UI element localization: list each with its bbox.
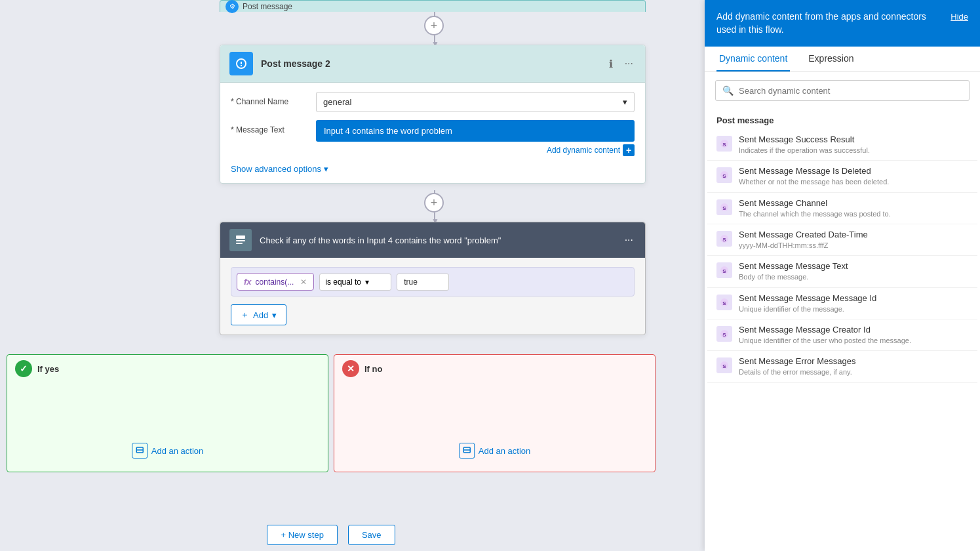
chevron-down-icon: ▾ (623, 97, 627, 107)
connector-plus-top[interactable]: + (424, 16, 444, 35)
add-action-yes-icon (132, 443, 147, 459)
yes-icon: ✓ (15, 360, 32, 377)
dynamic-item-6[interactable]: S Sent Message Message Creator Id Unique… (707, 319, 977, 351)
message-input-container: Add dynamic content + (316, 120, 635, 156)
connector-arrow-top: ▼ (434, 35, 435, 45)
more-options-button[interactable]: ··· (622, 55, 636, 72)
dynamic-item-icon-7: S (716, 357, 732, 373)
info-button[interactable]: ℹ (606, 55, 616, 73)
plus-icon-add: ＋ (241, 309, 249, 321)
dynamic-item-text-1: Sent Message Message Is Deleted Whether … (739, 166, 968, 186)
dynamic-item-5[interactable]: S Sent Message Message Message Id Unique… (707, 288, 977, 319)
message-label: * Message Text (231, 120, 316, 134)
contains-token[interactable]: fx contains(... ✕ (237, 273, 314, 291)
svg-text:S: S (722, 363, 726, 369)
bottom-bar: + New step Save (0, 518, 662, 551)
channel-name-row: * Channel Name general ▾ (231, 92, 635, 112)
post-message-2-title: Post message 2 (261, 58, 606, 69)
dynamic-item-desc-7: Details of the error message, if any. (739, 367, 968, 377)
dynamic-item-2[interactable]: S Sent Message Channel The channel which… (707, 193, 977, 224)
add-button[interactable]: ＋ Add ▾ (231, 304, 286, 325)
is-equal-dropdown[interactable]: is equal to ▾ (319, 274, 391, 291)
dynamic-item-desc-5: Unique identifier of the message. (739, 304, 968, 314)
svg-text:S: S (722, 268, 726, 274)
dynamic-item-4[interactable]: S Sent Message Message Text Body of the … (707, 256, 977, 287)
post-message-2-card: Post message 2 ℹ ··· * Channel Name gene… (220, 45, 646, 184)
condition-more-options[interactable]: ··· (622, 232, 636, 249)
svg-text:S: S (722, 237, 726, 243)
post-message-2-body: * Channel Name general ▾ * Message Text … (220, 83, 645, 183)
search-dynamic-input[interactable] (739, 86, 962, 96)
dynamic-item-icon-5: S (716, 295, 732, 310)
condition-title: Check if any of the words in Input 4 con… (260, 235, 622, 245)
post-message-2-icon (229, 52, 253, 75)
branch-no-header: ✕ If no (334, 355, 655, 382)
condition-header: Check if any of the words in Input 4 con… (220, 222, 645, 258)
dynamic-item-desc-2: The channel which the message was posted… (739, 209, 968, 218)
dynamic-item-icon-2: S (716, 199, 732, 215)
plus-badge: + (623, 144, 635, 156)
connector-plus-middle[interactable]: + (424, 193, 444, 213)
channel-select[interactable]: general ▾ (316, 92, 635, 112)
dynamic-item-3[interactable]: S Sent Message Created Date-Time yyyy-MM… (707, 224, 977, 256)
svg-rect-1 (236, 240, 245, 241)
dynamic-item-text-7: Sent Message Error Messages Details of t… (739, 356, 968, 377)
top-partial-card: ⚙ Post message (220, 0, 646, 12)
contains-close[interactable]: ✕ (300, 277, 307, 287)
dynamic-item-text-3: Sent Message Created Date-Time yyyy-MM-d… (739, 230, 968, 250)
main-canvas: ⚙ Post message + ▼ Post message 2 ℹ ··· … (0, 0, 662, 551)
connector-middle-arrow: ▼ (434, 213, 435, 222)
dynamic-item-desc-4: Body of the message. (739, 272, 968, 281)
dynamic-panel-header-text: Add dynamic content from the apps and co… (716, 10, 943, 36)
dynamic-items-container: S Sent Message Success Result Indicates … (707, 129, 977, 382)
condition-icon (229, 229, 252, 251)
top-partial-label: Post message (243, 2, 292, 11)
save-button[interactable]: Save (348, 525, 395, 545)
dynamic-item-text-4: Sent Message Message Text Body of the me… (739, 261, 968, 281)
true-input[interactable]: true (397, 274, 449, 291)
post-message-icon: ⚙ (225, 0, 239, 13)
hide-button[interactable]: Hide (951, 10, 968, 22)
branch-yes-header: ✓ If yes (7, 355, 328, 382)
condition-row: fx contains(... ✕ is equal to ▾ true (231, 267, 635, 296)
no-icon: ✕ (342, 360, 359, 377)
dynamic-item-title-4: Sent Message Message Text (739, 261, 968, 271)
fx-icon: fx (244, 277, 252, 287)
add-dynamic-content-btn[interactable]: Add dynamic content + (316, 144, 635, 156)
dynamic-item-title-7: Sent Message Error Messages (739, 356, 968, 366)
new-step-button[interactable]: + New step (267, 525, 337, 545)
dynamic-item-title-2: Sent Message Channel (739, 198, 968, 208)
search-box: 🔍 (715, 80, 970, 101)
dynamic-item-desc-3: yyyy-MM-ddTHH:mm:ss.fffZ (739, 241, 968, 250)
tab-expression[interactable]: Expression (806, 47, 856, 71)
dynamic-item-0[interactable]: S Sent Message Success Result Indicates … (707, 129, 977, 161)
channel-label: * Channel Name (231, 92, 316, 106)
dynamic-item-title-6: Sent Message Message Creator Id (739, 325, 968, 335)
dynamic-item-7[interactable]: S Sent Message Error Messages Details of… (707, 351, 977, 382)
dynamic-item-title-1: Sent Message Message Is Deleted (739, 166, 968, 176)
section-header-post-message: Post message (707, 109, 977, 129)
svg-text:S: S (722, 300, 726, 306)
svg-text:S: S (722, 205, 726, 211)
branch-container: ✓ If yes Add an action ✕ If no (7, 354, 656, 472)
add-action-no-btn[interactable]: Add an action (459, 443, 531, 459)
show-advanced-btn[interactable]: Show advanced options ▾ (231, 164, 635, 174)
search-icon: 🔍 (722, 85, 734, 96)
dynamic-item-1[interactable]: S Sent Message Message Is Deleted Whethe… (707, 161, 977, 192)
svg-rect-2 (236, 243, 243, 244)
chevron-down-icon-add: ▾ (272, 310, 277, 320)
message-text-input[interactable] (316, 120, 635, 142)
dynamic-item-title-3: Sent Message Created Date-Time (739, 230, 968, 239)
svg-rect-0 (236, 235, 245, 239)
dynamic-item-icon-1: S (716, 167, 732, 183)
dynamic-item-icon-3: S (716, 231, 732, 247)
branch-yes: ✓ If yes Add an action (7, 354, 328, 472)
tab-dynamic-content[interactable]: Dynamic content (716, 47, 790, 71)
dynamic-item-desc-1: Whether or not the message has been dele… (739, 177, 968, 186)
dynamic-item-text-2: Sent Message Channel The channel which t… (739, 198, 968, 218)
add-action-yes-btn[interactable]: Add an action (132, 443, 204, 459)
dynamic-item-title-0: Sent Message Success Result (739, 134, 968, 144)
dynamic-content-list: Post message S Sent Message Success Resu… (705, 109, 980, 551)
dynamic-panel-header: Add dynamic content from the apps and co… (705, 0, 980, 47)
dynamic-item-title-5: Sent Message Message Message Id (739, 293, 968, 303)
